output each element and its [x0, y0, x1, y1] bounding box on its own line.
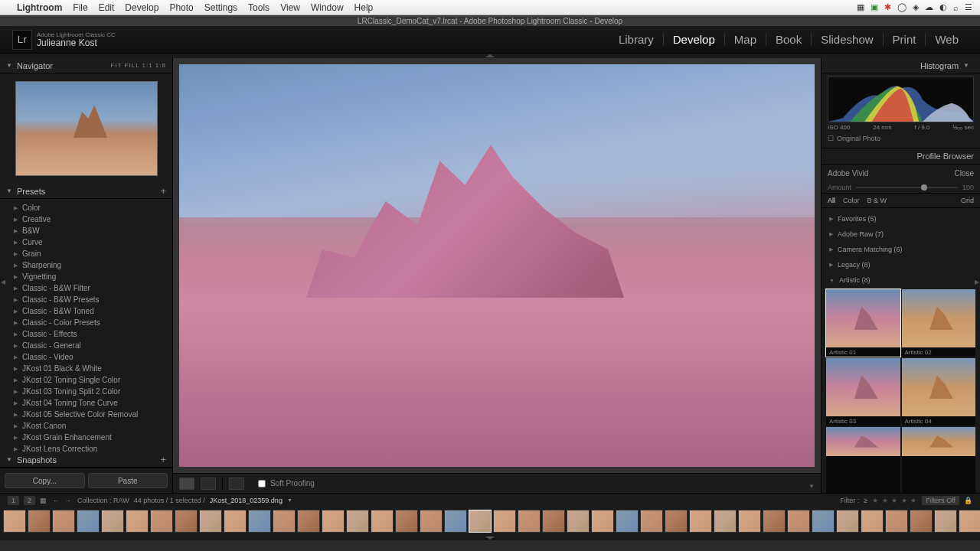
preset-item[interactable]: ▶Vignetting [0, 271, 172, 282]
nav-fwd[interactable]: → [63, 497, 73, 504]
preset-item[interactable]: ▶Sharpening [0, 259, 172, 271]
grid-view-icon[interactable]: ▦ [40, 497, 47, 504]
preset-item[interactable]: ▶Classic - General [0, 340, 172, 351]
filmstrip-thumb[interactable] [224, 510, 247, 533]
preset-item[interactable]: ▶Classic - B&W Filter [0, 282, 172, 294]
profile-thumb[interactable]: Artistic 04 [902, 358, 976, 425]
filmstrip-thumb[interactable] [322, 510, 345, 533]
preset-item[interactable]: ▶Classic - Video [0, 351, 172, 363]
histogram-header[interactable]: Histogram ▼ [822, 58, 980, 73]
filmstrip-thumb[interactable] [371, 510, 394, 533]
profile-group-open[interactable]: ▼Artistic (8) [822, 272, 980, 288]
menu-help[interactable]: Help [354, 2, 374, 13]
chevron-down-icon[interactable]: ▼ [287, 497, 292, 503]
filmstrip-thumb[interactable] [787, 510, 810, 533]
loupe-view-button[interactable] [179, 478, 194, 490]
paste-button[interactable]: Paste [88, 473, 168, 488]
profile-thumb[interactable]: Artistic 01 [826, 289, 900, 357]
filmstrip-thumb[interactable] [861, 510, 884, 533]
tray-icon[interactable]: ▣ [871, 2, 878, 12]
module-develop[interactable]: Develop [664, 33, 725, 46]
menu-edit[interactable]: Edit [99, 2, 115, 13]
add-preset-button[interactable]: + [160, 185, 166, 197]
filmstrip-thumb[interactable] [959, 510, 980, 533]
filmstrip-thumb[interactable] [101, 510, 124, 533]
filmstrip-thumb[interactable] [395, 510, 418, 533]
preset-item[interactable]: ▶B&W [0, 225, 172, 236]
navigator-header[interactable]: ▼ Navigator FIT FILL 1:1 1:8 [0, 58, 172, 73]
filmstrip-thumb[interactable] [493, 510, 516, 533]
view-mode[interactable]: Grid [961, 197, 974, 204]
filmstrip-thumb[interactable] [616, 510, 639, 533]
filmstrip-thumb[interactable] [126, 510, 149, 533]
preset-item[interactable]: ▶JKost 05 Selective Color Removal [0, 409, 172, 420]
filter-stars[interactable]: ★ ★ ★ ★ ★ [872, 497, 917, 504]
filter-flag[interactable]: ≥ [864, 497, 867, 504]
tray-icon[interactable]: ◯ [897, 2, 906, 12]
amount-slider[interactable] [856, 187, 958, 188]
bottom-panel-grip[interactable] [0, 536, 980, 540]
filmstrip-thumb[interactable] [346, 510, 369, 533]
menu-view[interactable]: View [280, 2, 300, 13]
filter-color[interactable]: Color [843, 197, 860, 204]
module-library[interactable]: Library [609, 33, 664, 46]
filmstrip-thumb[interactable] [518, 510, 541, 533]
filmstrip-thumb[interactable] [714, 510, 737, 533]
module-map[interactable]: Map [725, 33, 766, 46]
menubar-app[interactable]: Lightroom [17, 2, 62, 13]
filmstrip-thumb[interactable] [934, 510, 957, 533]
profile-thumb[interactable]: Artistic 03 [826, 358, 900, 425]
preset-item[interactable]: ▶JKost 02 Toning Single Color [0, 374, 172, 386]
main-image-area[interactable] [173, 58, 821, 473]
toolbar-expand[interactable]: ▼ [808, 483, 815, 490]
filter-all[interactable]: All [828, 197, 835, 204]
preset-item[interactable]: ▶JKost Grain Enhancement [0, 432, 172, 443]
add-snapshot-button[interactable]: + [160, 454, 166, 465]
preset-item[interactable]: ▶Classic - B&W Toned [0, 305, 172, 317]
preset-item[interactable]: ▶Classic - Color Presets [0, 317, 172, 328]
tray-icon[interactable]: ◈ [913, 2, 919, 12]
filmstrip-thumb[interactable] [665, 510, 688, 533]
module-web[interactable]: Web [926, 33, 968, 46]
original-photo-toggle[interactable]: ☐ Original Photo [828, 132, 974, 145]
filmstrip-thumb[interactable] [420, 510, 443, 533]
filmstrip-thumb[interactable] [910, 510, 933, 533]
display-badge[interactable]: 1 [8, 496, 19, 505]
preset-item[interactable]: ▶Classic - B&W Presets [0, 294, 172, 305]
filmstrip-thumb[interactable] [591, 510, 614, 533]
preset-item[interactable]: ▶Color [0, 202, 172, 214]
preset-item[interactable]: ▶JKost 03 Toning Split 2 Color [0, 386, 172, 397]
menu-window[interactable]: Window [311, 2, 344, 13]
histogram[interactable] [828, 77, 974, 122]
navigator-zoom[interactable]: FIT FILL 1:1 1:8 [111, 62, 166, 69]
tray-icon[interactable]: ✱ [884, 2, 891, 12]
filmstrip-thumb[interactable] [469, 510, 492, 533]
menu-develop[interactable]: Develop [125, 2, 158, 13]
filmstrip-thumb[interactable] [77, 510, 100, 533]
preset-item[interactable]: ▶JKost Lens Correction [0, 443, 172, 452]
nav-back[interactable]: ← [51, 497, 61, 504]
profile-thumb[interactable]: Artistic 02 [902, 289, 976, 357]
filmstrip-thumb[interactable] [28, 510, 51, 533]
menu-settings[interactable]: Settings [204, 2, 237, 13]
filters-off[interactable]: Filters Off [922, 496, 959, 505]
filmstrip-thumb[interactable] [763, 510, 786, 533]
right-panel-toggle[interactable]: ▶ [974, 276, 980, 288]
filmstrip-thumb[interactable] [273, 510, 296, 533]
filmstrip-thumb[interactable] [444, 510, 467, 533]
tray-icon[interactable]: ◐ [939, 2, 947, 12]
filmstrip-thumb[interactable] [738, 510, 761, 533]
soft-proof-checkbox[interactable] [258, 480, 266, 487]
filmstrip-thumb[interactable] [52, 510, 75, 533]
module-print[interactable]: Print [884, 33, 926, 46]
presets-header[interactable]: ▼ Presets + [0, 184, 172, 199]
navigator-preview[interactable] [0, 73, 172, 184]
filmstrip-thumb[interactable] [3, 510, 26, 533]
filmstrip-thumb[interactable] [567, 510, 590, 533]
filmstrip-thumb[interactable] [640, 510, 663, 533]
soft-proofing[interactable]: Soft Proofing [258, 479, 315, 487]
module-book[interactable]: Book [766, 33, 812, 46]
tray-icon[interactable]: ▦ [857, 2, 864, 12]
filter-bw[interactable]: B & W [867, 197, 887, 204]
preset-item[interactable]: ▶Creative [0, 214, 172, 225]
